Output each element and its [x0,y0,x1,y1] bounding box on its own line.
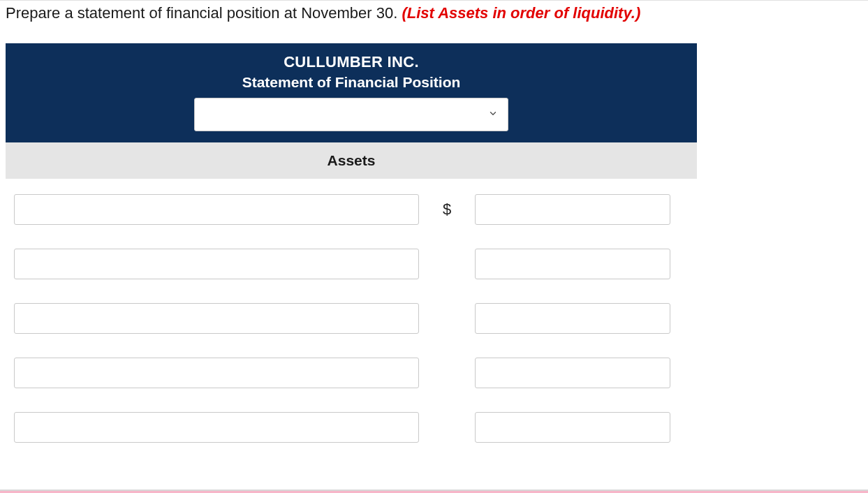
chevron-down-icon [488,107,498,122]
date-select-wrap [13,98,690,131]
company-name: CULLUMBER INC. [13,53,690,71]
asset-label-input[interactable] [14,194,419,225]
asset-label-input[interactable] [14,412,419,443]
statement-title: Statement of Financial Position [13,74,690,91]
asset-rows: $ [6,179,697,443]
currency-symbol: $ [419,200,475,219]
instruction-hint: (List Assets in order of liquidity.) [402,4,640,22]
assets-section-header: Assets [6,142,697,179]
asset-amount-input[interactable] [475,412,670,443]
page-bottom-accent [0,490,868,493]
instruction-text: Prepare a statement of financial positio… [6,3,862,24]
asset-row [14,412,689,443]
asset-row [14,249,689,279]
asset-amount-input[interactable] [475,358,670,388]
asset-row: $ [14,194,689,225]
date-select[interactable] [194,98,508,131]
asset-row [14,303,689,334]
statement-header: CULLUMBER INC. Statement of Financial Po… [6,43,697,142]
asset-amount-input[interactable] [475,194,670,225]
asset-label-input[interactable] [14,358,419,388]
asset-amount-input[interactable] [475,249,670,279]
asset-row [14,358,689,388]
asset-label-input[interactable] [14,303,419,334]
asset-amount-input[interactable] [475,303,670,334]
financial-statement: CULLUMBER INC. Statement of Financial Po… [6,43,697,443]
page: Prepare a statement of financial positio… [0,0,868,493]
asset-label-input[interactable] [14,249,419,279]
instruction-main: Prepare a statement of financial positio… [6,4,402,22]
